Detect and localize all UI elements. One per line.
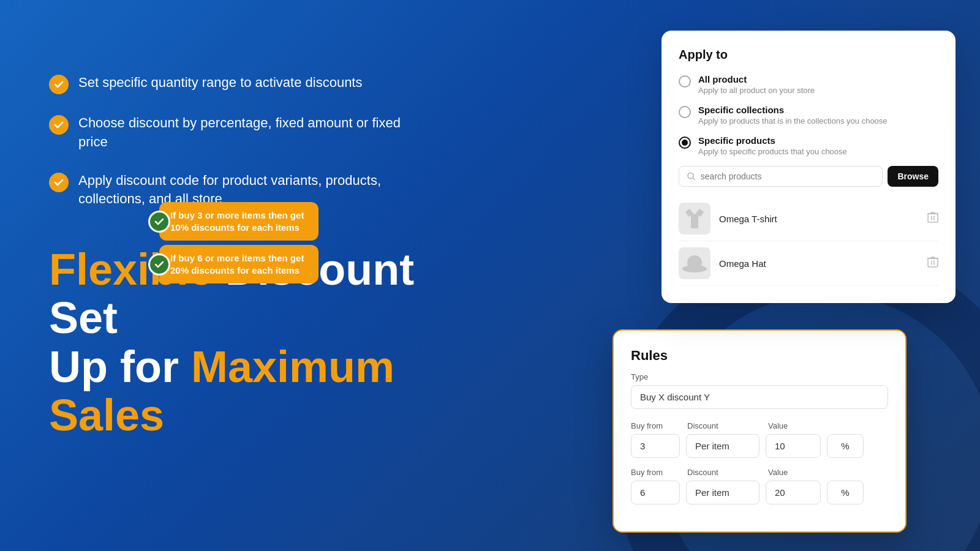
percent-input-2[interactable] — [827, 481, 864, 504]
search-input-wrapper[interactable] — [679, 166, 883, 187]
product-thumb-tshirt — [679, 203, 710, 234]
buy-from-label-1: Buy from — [631, 421, 680, 430]
radio-specific-products[interactable]: Specific products Apply to specific prod… — [679, 135, 938, 156]
buy-from-label-2: Buy from — [631, 468, 680, 477]
radio-specific-collections[interactable]: Specific collections Apply to products t… — [679, 105, 938, 126]
radio-option-products-content: Specific products Apply to specific prod… — [698, 135, 847, 156]
tooltip-check-badge-2 — [148, 253, 170, 276]
radio-circle-all[interactable] — [679, 75, 691, 88]
hat-icon — [681, 253, 708, 274]
rules-panel: Rules Type Buy X discount Y Buy from Dis… — [612, 329, 907, 533]
tooltip-text-2: If buy 6 or more items then get 20% disc… — [170, 253, 304, 276]
headline-up-for: Up for — [49, 342, 191, 391]
rules-title: Rules — [631, 348, 888, 364]
rule-row-2: Buy from Discount Value — [631, 468, 888, 504]
apply-to-panel: Apply to All product Apply to all produc… — [662, 31, 956, 303]
tooltip-card-1: If buy 3 or more items then get 10% disc… — [159, 202, 318, 241]
discount-type-input-2[interactable] — [686, 481, 760, 504]
product-name-hat: Omega Hat — [719, 258, 919, 269]
radio-sublabel-collections: Apply to products that is in the collect… — [698, 116, 888, 126]
headline-maximum: Maximum — [191, 342, 394, 391]
discount-label-2: Discount — [687, 468, 761, 477]
percent-input-1[interactable] — [827, 434, 864, 458]
feature-item-1: Set specific quantity range to activate … — [49, 73, 417, 94]
tooltip-text-1: If buy 3 or more items then get 10% disc… — [170, 210, 304, 233]
tooltip-card-2: If buy 6 or more items then get 20% disc… — [159, 245, 318, 283]
rule-row-1: Buy from Discount Value — [631, 421, 888, 458]
rule-row-2-inputs — [631, 481, 888, 504]
product-item-hat: Omega Hat — [679, 241, 938, 286]
tooltip-check-badge-1 — [148, 211, 170, 233]
buy-from-input-2[interactable] — [631, 481, 680, 504]
features-list: Set specific quantity range to activate … — [49, 73, 417, 209]
tshirt-icon — [682, 207, 707, 230]
radio-option-all-content: All product Apply to all product on your… — [698, 74, 815, 95]
svg-rect-5 — [928, 258, 938, 267]
product-name-tshirt: Omega T-shirt — [719, 214, 919, 224]
svg-rect-1 — [928, 214, 938, 222]
feature-item-2: Choose discount by percentage, fixed amo… — [49, 114, 417, 152]
radio-label-collections: Specific collections — [698, 105, 888, 115]
type-field: Buy X discount Y — [631, 385, 888, 409]
search-container: Browse — [679, 166, 938, 187]
discount-label-1: Discount — [687, 421, 761, 430]
svg-rect-4 — [682, 268, 707, 270]
headline-sales: Sales — [49, 391, 164, 440]
radio-circle-collections[interactable] — [679, 106, 691, 118]
product-item-tshirt: Omega T-shirt — [679, 197, 938, 241]
value-label-1: Value — [768, 421, 823, 430]
radio-sublabel-products: Apply to specific products that you choo… — [698, 147, 847, 156]
right-panels: Apply to All product Apply to all produc… — [662, 18, 956, 533]
type-label: Type — [631, 372, 888, 381]
value-input-2[interactable] — [766, 481, 821, 504]
rule-row-2-labels: Buy from Discount Value — [631, 468, 888, 477]
apply-to-title: Apply to — [679, 48, 938, 62]
value-input-1[interactable] — [766, 434, 821, 458]
buy-from-input-1[interactable] — [631, 434, 680, 458]
value-label-2: Value — [768, 468, 823, 477]
delete-tshirt-icon[interactable] — [927, 211, 938, 227]
discount-type-input-1[interactable] — [686, 434, 760, 458]
radio-option-collections-content: Specific collections Apply to products t… — [698, 105, 888, 126]
search-input[interactable] — [701, 171, 875, 181]
delete-hat-icon[interactable] — [927, 256, 938, 271]
radio-sublabel-all: Apply to all product on your store — [698, 86, 815, 95]
rule-row-1-labels: Buy from Discount Value — [631, 421, 888, 430]
radio-label-all: All product — [698, 74, 815, 84]
browse-button[interactable]: Browse — [888, 166, 938, 187]
check-icon-1 — [49, 75, 69, 94]
check-icon-3 — [49, 173, 69, 192]
check-icon-2 — [49, 115, 69, 135]
radio-circle-products[interactable] — [679, 137, 691, 149]
search-icon — [687, 171, 696, 181]
product-thumb-hat — [679, 247, 710, 279]
radio-all-product[interactable]: All product Apply to all product on your… — [679, 74, 938, 95]
radio-label-products: Specific products — [698, 135, 847, 146]
rule-row-1-inputs — [631, 434, 888, 458]
